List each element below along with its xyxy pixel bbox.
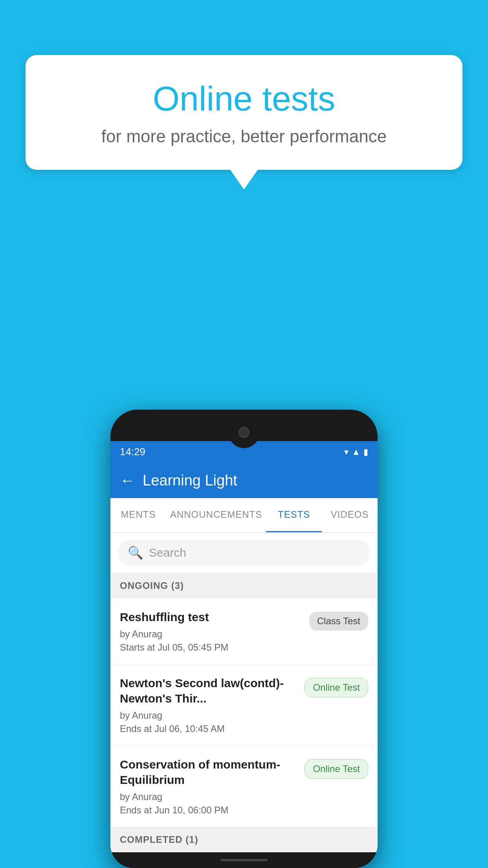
bubble-arrow (230, 170, 258, 189)
search-container: 🔍 Search (110, 533, 378, 573)
test-date: Ends at Jun 10, 06:00 PM (120, 805, 298, 816)
phone-top-bar (110, 410, 378, 441)
promo-bubble: Online tests for more practice, better p… (26, 55, 462, 189)
status-time: 14:29 (120, 446, 145, 458)
test-info: Newton's Second law(contd)-Newton's Thir… (120, 675, 298, 734)
back-button[interactable]: ← (120, 472, 135, 489)
app-header: ← Learning Light (110, 463, 378, 498)
battery-icon: ▮ (363, 447, 368, 457)
tab-tests[interactable]: TESTS (266, 498, 322, 532)
tab-announcements[interactable]: ANNOUNCEMENTS (166, 498, 266, 532)
search-bar[interactable]: 🔍 Search (118, 540, 370, 566)
test-date: Starts at Jul 05, 05:45 PM (120, 642, 303, 653)
test-author: by Anurag (120, 710, 298, 721)
home-indicator (220, 859, 268, 861)
test-date: Ends at Jul 06, 10:45 AM (120, 723, 298, 734)
test-title: Reshuffling test (120, 609, 303, 625)
completed-section-header: COMPLETED (1) (110, 827, 378, 852)
search-icon: 🔍 (128, 545, 143, 560)
test-badge-class: Class Test (309, 612, 368, 631)
test-title: Newton's Second law(contd)-Newton's Thir… (120, 675, 298, 706)
status-icons: ▾ ▲ ▮ (344, 447, 368, 457)
test-info: Conservation of momentum-Equilibrium by … (120, 757, 298, 816)
speech-bubble: Online tests for more practice, better p… (26, 55, 462, 170)
camera (238, 427, 250, 438)
tab-videos[interactable]: VIDEOS (322, 498, 378, 532)
test-info: Reshuffling test by Anurag Starts at Jul… (120, 609, 303, 653)
search-placeholder: Search (149, 546, 186, 559)
signal-icon: ▲ (352, 447, 360, 457)
phone-mockup: 14:29 ▾ ▲ ▮ ← Learning Light MENTS ANNOU… (110, 410, 378, 868)
tabs-bar: MENTS ANNOUNCEMENTS TESTS VIDEOS (110, 498, 378, 533)
phone-frame: 14:29 ▾ ▲ ▮ ← Learning Light MENTS ANNOU… (110, 410, 378, 868)
test-badge-online: Online Test (305, 678, 368, 697)
test-item[interactable]: Conservation of momentum-Equilibrium by … (110, 746, 378, 827)
test-title: Conservation of momentum-Equilibrium (120, 757, 298, 787)
test-list: Reshuffling test by Anurag Starts at Jul… (110, 598, 378, 827)
ongoing-section-header: ONGOING (3) (110, 573, 378, 598)
tab-ments[interactable]: MENTS (110, 498, 166, 532)
bubble-title: Online tests (57, 79, 431, 119)
test-badge-online: Online Test (305, 759, 368, 779)
test-author: by Anurag (120, 629, 303, 640)
phone-screen: 14:29 ▾ ▲ ▮ ← Learning Light MENTS ANNOU… (110, 441, 378, 852)
wifi-icon: ▾ (344, 447, 349, 457)
bubble-subtitle: for more practice, better performance (57, 127, 431, 146)
phone-bottom (110, 852, 378, 868)
notch (228, 417, 260, 448)
test-item[interactable]: Reshuffling test by Anurag Starts at Jul… (110, 598, 378, 664)
test-author: by Anurag (120, 791, 298, 802)
app-title: Learning Light (143, 472, 237, 489)
test-item[interactable]: Newton's Second law(contd)-Newton's Thir… (110, 664, 378, 746)
